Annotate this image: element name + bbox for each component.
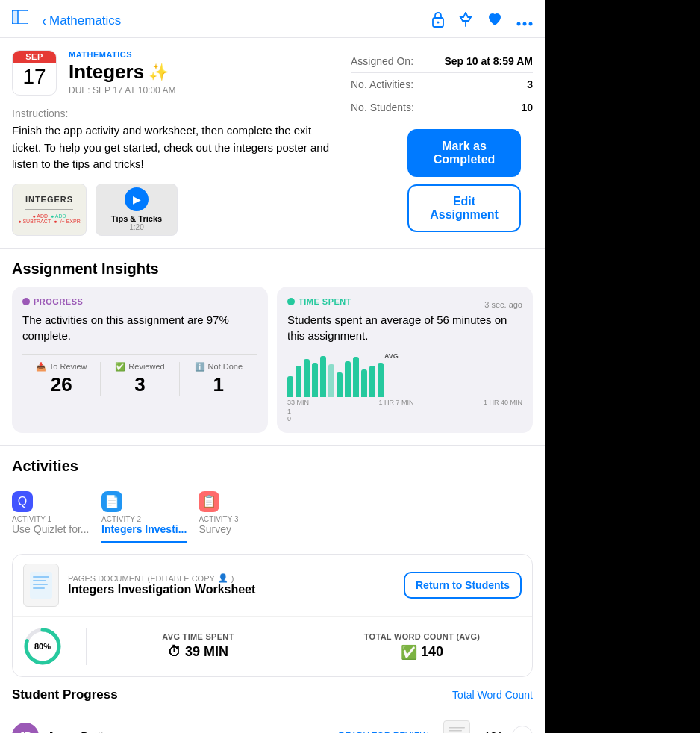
main-panel: ‹ Mathematics — [0, 0, 545, 733]
more-btn-jb[interactable]: ··· — [512, 726, 533, 734]
time-ago: 3 sec. ago — [484, 300, 522, 309]
mark-completed-button[interactable]: Mark as Completed — [407, 129, 521, 177]
word-count-link[interactable]: Total Word Count — [452, 689, 533, 701]
activity-tab-3[interactable]: 📋 ACTIVITY 3 Survey — [199, 484, 288, 543]
activity-2-name: Integers Investi... — [101, 523, 187, 535]
back-button[interactable]: ‹ Mathematics — [42, 13, 121, 29]
pages-icon: 📄 — [101, 491, 122, 512]
avg-time-val: ⏱ 39 MIN — [99, 644, 298, 660]
chart-bar-7 — [345, 361, 351, 397]
integers-poster-thumb: INTEGERS ———————— ● ADD ● ADD ● SUBTRACT… — [12, 184, 87, 236]
status-badge-jb: READY FOR REVIEW — [324, 728, 434, 734]
svg-point-6 — [523, 22, 527, 25]
assigned-on-key: Assigned On: — [351, 55, 413, 67]
assignment-header: SEP 17 MATHEMATICS Integers ✨ DUE: SEP 1… — [0, 38, 345, 96]
insights-grid: PROGRESS The activities on this assignme… — [0, 287, 545, 433]
play-icon: ▶ — [125, 187, 149, 211]
doc-type: PAGES DOCUMENT (EDITABLE COPY 👤 ) — [68, 573, 395, 583]
svg-rect-16 — [449, 727, 465, 729]
no-students-key: No. Students: — [351, 102, 414, 113]
metrics-row: 80% AVG TIME SPENT ⏱ 39 MIN TOTAL WORD C… — [13, 617, 532, 676]
lock-icon[interactable] — [431, 11, 445, 31]
assignment-title: Integers ✨ — [69, 60, 333, 84]
svg-point-7 — [529, 22, 533, 25]
return-to-students-button[interactable]: Return to Students — [404, 572, 522, 599]
svg-rect-0 — [12, 10, 18, 24]
quizlet-icon: Q — [12, 491, 33, 512]
activities-section-title: Activities — [0, 446, 545, 484]
activity-tabs: Q ACTIVITY 1 Use Quizlet for... 📄 ACTIVI… — [0, 484, 545, 543]
total-word-col: TOTAL WORD COUNT (AVG) ✅ 140 — [322, 632, 522, 661]
assignment-info: MATHEMATICS Integers ✨ DUE: SEP 17 AT 10… — [69, 50, 333, 96]
activity-1-num: ACTIVITY 1 — [12, 515, 51, 523]
person-icon: 👤 — [218, 573, 228, 583]
edit-assignment-button[interactable]: Edit Assignment — [407, 184, 521, 232]
chart-bar-4 — [320, 356, 326, 397]
time-spent-card: TIME SPENT 3 sec. ago Students spent an … — [277, 287, 533, 433]
attachments: INTEGERS ———————— ● ADD ● ADD ● SUBTRACT… — [0, 173, 345, 236]
ellipsis-icon[interactable] — [516, 13, 533, 30]
check-circle-icon: ✅ — [401, 644, 417, 661]
assigned-on-val: Sep 10 at 8:59 AM — [444, 55, 533, 67]
not-done-num: 1 — [180, 373, 257, 396]
chart-bar-6 — [337, 372, 343, 396]
check-icon: ✅ — [115, 362, 125, 372]
progress-dot — [22, 298, 30, 305]
activity-3-num: ACTIVITY 3 — [199, 515, 238, 523]
chart-bar-0 — [287, 376, 293, 397]
progress-pct-label: 80% — [34, 642, 51, 651]
activity-tab-2[interactable]: 📄 ACTIVITY 2 Integers Investi... — [101, 484, 199, 543]
svg-rect-12 — [33, 587, 45, 589]
metric-divider-1 — [86, 628, 87, 665]
doc-info: PAGES DOCUMENT (EDITABLE COPY 👤 ) Intege… — [68, 573, 395, 596]
no-activities-key: No. Activities: — [351, 78, 413, 90]
avatar-jb: JB — [12, 723, 39, 734]
heart-icon[interactable] — [487, 12, 503, 31]
chart-bar-1 — [296, 366, 301, 396]
total-word-label: TOTAL WORD COUNT (AVG) — [322, 632, 522, 641]
action-buttons: Mark as Completed Edit Assignment — [407, 129, 521, 232]
no-students-val: 10 — [521, 102, 533, 113]
info-panel: Assigned On: Sep 10 at 8:59 AM No. Activ… — [351, 50, 533, 119]
svg-rect-15 — [446, 723, 467, 734]
progress-card: PROGRESS The activities on this assignme… — [12, 287, 268, 433]
progress-text: The activities on this assignment are 97… — [22, 312, 257, 343]
chart-bar-2 — [304, 359, 310, 396]
reviewed-num: 3 — [101, 373, 178, 396]
no-students-row: No. Students: 10 — [351, 96, 533, 119]
sparkle-icon: ✨ — [149, 63, 169, 82]
chart-bar-9 — [361, 369, 367, 397]
doc-mini-thumb-jb — [443, 720, 470, 734]
back-chevron-icon: ‹ — [42, 13, 46, 29]
survey-icon: 📋 — [199, 491, 219, 512]
activity-2-num: ACTIVITY 2 — [101, 515, 141, 523]
activity-3-name: Survey — [199, 523, 231, 535]
svg-rect-9 — [33, 576, 49, 578]
chart-bar-8 — [353, 357, 359, 396]
activity-tab-1[interactable]: Q ACTIVITY 1 Use Quizlet for... — [12, 484, 101, 543]
chart-axis: 10 — [287, 408, 522, 422]
instructions-section: Instructions: Finish the app activity an… — [0, 96, 345, 173]
progress-title: Student Progress — [12, 687, 118, 702]
bar-chart: AVG — [287, 352, 522, 397]
avg-time-label: AVG TIME SPENT — [99, 632, 298, 641]
progress-tag: PROGRESS — [22, 297, 257, 306]
doc-header: PAGES DOCUMENT (EDITABLE COPY 👤 ) Intege… — [13, 555, 532, 617]
avg-label: AVG — [384, 352, 399, 360]
tips-tricks-video[interactable]: ▶ Tips & Tricks 1:20 — [96, 184, 178, 236]
chart-labels: 33 MIN 1 HR 7 MIN 1 HR 40 MIN — [287, 399, 522, 406]
doc-name: Integers Investigation Worksheet — [68, 583, 395, 596]
no-activities-row: No. Activities: 3 — [351, 73, 533, 96]
instructions-text: Finish the app activity and worksheet, t… — [12, 122, 333, 173]
video-duration: 1:20 — [129, 223, 143, 231]
chart-bar-5 — [328, 364, 334, 397]
sidebar-icon[interactable] — [12, 10, 33, 31]
subject-label: MATHEMATICS — [69, 50, 333, 59]
svg-rect-17 — [449, 730, 462, 732]
student-name-jb: Jason Bettinger — [48, 729, 315, 733]
pin-icon[interactable] — [458, 11, 473, 31]
instructions-label: Instructions: — [12, 107, 333, 119]
header-icons — [431, 11, 533, 31]
header: ‹ Mathematics — [0, 0, 545, 38]
time-dot — [287, 298, 295, 305]
